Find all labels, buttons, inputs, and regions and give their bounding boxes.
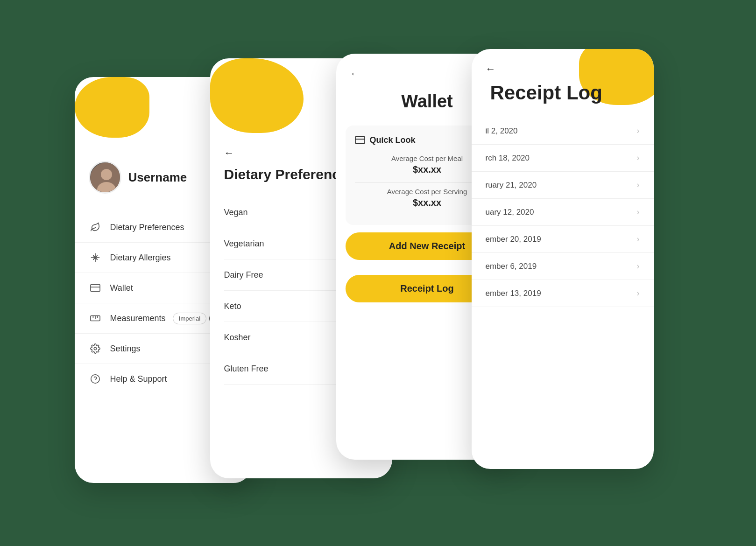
receipt-date-2: ruary 21, 2020: [486, 181, 537, 190]
chevron-icon-1: ›: [637, 153, 640, 163]
decorative-blob-2: [210, 58, 304, 133]
receipt-item-0[interactable]: il 2, 2020 ›: [472, 118, 654, 145]
quick-look-title: Quick Look: [370, 135, 416, 145]
chevron-icon-2: ›: [637, 180, 640, 190]
decorative-blob-1: [75, 77, 149, 138]
receipt-date-3: uary 12, 2020: [486, 208, 534, 217]
receipt-log-title: Receipt Log: [486, 82, 640, 113]
receipt-list: il 2, 2020 › rch 18, 2020 › ruary 21, 20…: [472, 118, 654, 469]
svg-point-1: [101, 169, 112, 180]
credit-card-icon: [89, 281, 102, 294]
svg-rect-5: [90, 285, 99, 292]
receipt-back-button[interactable]: ←: [486, 63, 640, 75]
receipt-item-5[interactable]: ember 6, 2019 ›: [472, 253, 654, 280]
leaf-icon: [89, 221, 102, 234]
gluten-free-label: Gluten Free: [224, 364, 268, 374]
receipt-item-4[interactable]: ember 20, 2019 ›: [472, 226, 654, 253]
gear-icon: [89, 342, 102, 355]
help-icon: [89, 372, 102, 385]
receipt-date-4: ember 20, 2019: [486, 235, 541, 244]
chevron-icon-4: ›: [637, 234, 640, 244]
keto-label: Keto: [224, 301, 241, 311]
kosher-label: Kosher: [224, 333, 251, 343]
vegan-label: Vegan: [224, 208, 248, 217]
receipt-item-6[interactable]: ember 13, 2019 ›: [472, 280, 654, 307]
username-label: Username: [128, 170, 187, 185]
receipt-item-3[interactable]: uary 12, 2020 ›: [472, 199, 654, 226]
chevron-icon-0: ›: [637, 126, 640, 136]
receipt-date-6: ember 13, 2019: [486, 289, 541, 298]
vegetarian-label: Vegetarian: [224, 239, 264, 249]
measurements-label: Measurements: [110, 314, 173, 323]
receipt-date-5: ember 6, 2019: [486, 262, 537, 271]
chevron-icon-3: ›: [637, 207, 640, 217]
receipt-date-1: rch 18, 2020: [486, 154, 530, 163]
receipt-date-0: il 2, 2020: [486, 126, 518, 136]
snowflake-icon: [89, 251, 102, 264]
chevron-icon-5: ›: [637, 261, 640, 271]
receipt-item-2[interactable]: ruary 21, 2020 ›: [472, 172, 654, 199]
svg-point-12: [91, 375, 99, 383]
svg-rect-24: [355, 137, 364, 144]
ruler-icon: [89, 312, 102, 325]
receipt-log-screen: ← Receipt Log il 2, 2020 › rch 18, 2020 …: [472, 49, 654, 469]
receipt-item-1[interactable]: rch 18, 2020 ›: [472, 145, 654, 172]
avatar: [89, 161, 121, 194]
svg-point-11: [94, 347, 97, 350]
dairy-free-label: Dairy Free: [224, 270, 263, 280]
imperial-badge[interactable]: Imperial: [173, 313, 206, 324]
chevron-icon-6: ›: [637, 288, 640, 298]
receipt-header: ← Receipt Log: [472, 49, 654, 118]
